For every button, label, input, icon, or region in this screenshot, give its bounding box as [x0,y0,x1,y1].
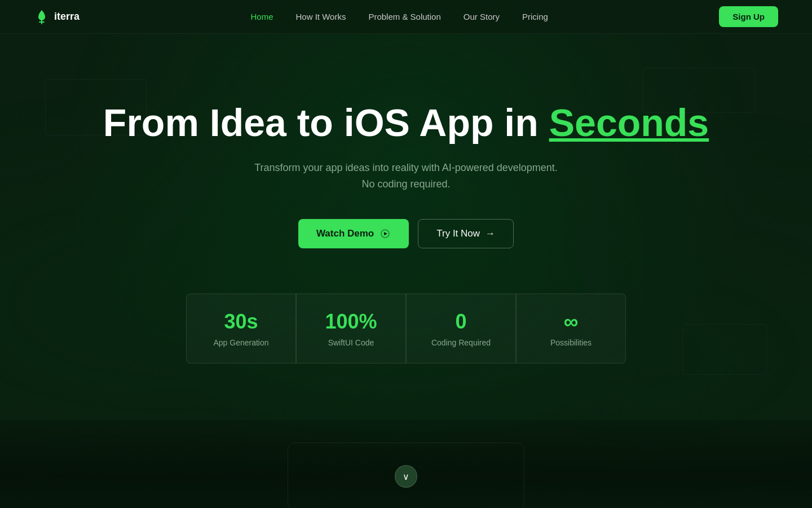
stat-card-3: ∞ Possibilities [516,294,626,364]
nav-links: Home How It Works Problem & Solution Our… [250,12,548,22]
hero-title-accent: Seconds [549,101,709,144]
hero-buttons: Watch Demo Try It Now → [34,219,778,248]
stat-value-3: ∞ [530,310,612,334]
svg-marker-1 [384,232,387,235]
stat-card-0: 30s App Generation [186,294,296,364]
try-now-button[interactable]: Try It Now → [418,219,514,248]
stat-card-1: 100% SwiftUI Code [296,294,406,364]
logo-icon [34,9,50,25]
hero-subtitle: Transform your app ideas into reality wi… [248,160,564,192]
stat-label-0: App Generation [200,338,282,347]
brand-name: iterra [54,11,80,23]
stat-label-2: Coding Required [420,338,502,347]
nav-home[interactable]: Home [250,12,273,21]
hero-title: From Idea to iOS App in Seconds [34,102,778,144]
try-now-label: Try It Now [436,228,480,239]
hero-section: From Idea to iOS App in Seconds Transfor… [0,34,812,397]
stat-label-3: Possibilities [530,338,612,347]
stat-value-1: 100% [310,310,392,334]
stat-value-0: 30s [200,310,282,334]
hero-title-prefix: From Idea to iOS App in [103,101,549,144]
signup-button[interactable]: Sign Up [719,6,778,27]
watch-demo-label: Watch Demo [316,228,374,239]
deco-bottom-right [682,324,767,375]
chevron-down-icon: ∨ [403,471,409,482]
navbar: iterra Home How It Works Problem & Solut… [0,0,812,34]
nav-pricing[interactable]: Pricing [522,12,548,21]
logo[interactable]: iterra [34,9,80,25]
stat-value-2: 0 [420,310,502,334]
play-icon [379,228,391,239]
video-section-area: ∨ [0,420,812,508]
stat-label-1: SwiftUI Code [310,338,392,347]
watch-demo-button[interactable]: Watch Demo [298,219,409,248]
stat-card-2: 0 Coding Required [406,294,516,364]
nav-problem-solution[interactable]: Problem & Solution [368,12,440,21]
nav-our-story[interactable]: Our Story [464,12,500,21]
nav-how-it-works[interactable]: How It Works [296,12,346,21]
arrow-right-icon: → [486,228,495,239]
stats-grid: 30s App Generation 100% SwiftUI Code 0 C… [186,294,626,364]
